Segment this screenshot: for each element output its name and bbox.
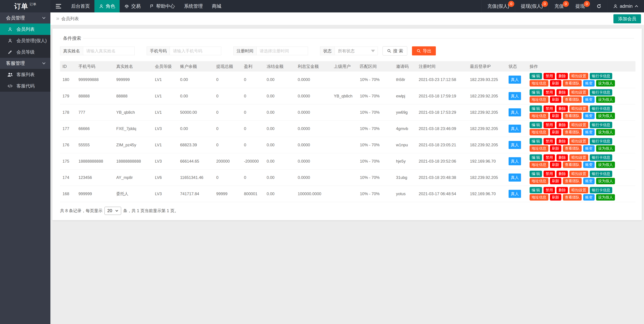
action-edit-button[interactable]: 编 辑 [530,89,542,96]
action-account-change-button[interactable]: 账变 [583,80,594,86]
user-menu[interactable]: admin [607,0,644,12]
action-account-change-button[interactable]: 账变 [583,96,594,103]
action-delete-button[interactable]: 删除 [556,138,568,144]
search-button[interactable]: 搜 索 [382,46,407,56]
action-disable-button[interactable]: 禁用 [544,122,555,128]
action-delete-button[interactable]: 删除 [556,171,568,177]
reg-time-input[interactable] [256,47,308,55]
action-account-change-button[interactable]: 账变 [583,145,594,152]
action-hidden-deduct-button[interactable]: 暗扣设置 [570,171,588,177]
action-disable-button[interactable]: 禁用 [544,106,555,112]
action-address-info-button[interactable]: 地址信息 [530,80,548,86]
action-account-change-button[interactable]: 账变 [583,113,594,119]
action-refresh-row-button[interactable]: 刷新 [550,178,561,184]
action-bank-card-button[interactable]: 银行卡信息 [590,122,612,128]
action-bank-card-button[interactable]: 银行卡信息 [590,154,612,161]
action-account-change-button[interactable]: 账变 [583,162,594,168]
action-bank-card-button[interactable]: 银行卡信息 [590,106,612,112]
action-address-info-button[interactable]: 地址信息 [530,96,548,103]
action-bank-card-button[interactable]: 银行卡信息 [590,73,612,79]
action-refresh-row-button[interactable]: 刷新 [550,113,561,119]
action-view-team-button[interactable]: 查看团队 [563,178,582,184]
nav-item-help-center[interactable]: 帮助中心 [145,0,180,12]
action-view-team-button[interactable]: 查看团队 [563,113,582,119]
action-refresh-row-button[interactable]: 刷新 [550,96,561,103]
action-address-info-button[interactable]: 地址信息 [530,113,548,119]
action-disable-button[interactable]: 禁用 [544,154,555,161]
action-view-team-button[interactable]: 查看团队 [563,145,582,152]
action-account-change-button[interactable]: 账变 [583,178,594,184]
sidebar-item-member-level[interactable]: 会员等级 [0,46,50,58]
sidebar-item-member-list[interactable]: 会员列表 [0,24,50,35]
nav-item-withdraw[interactable]: 提现0 [570,0,590,12]
nav-item-withdraw-fake[interactable]: 提现(假人)0 [515,0,548,12]
action-hidden-deduct-button[interactable]: 暗扣设置 [570,187,588,193]
sidebar-item-service-list[interactable]: 客服列表 [0,69,50,80]
action-disable-button[interactable]: 禁用 [544,138,555,144]
action-refresh-row-button[interactable]: 刷新 [550,162,561,168]
action-hidden-deduct-button[interactable]: 暗扣设置 [570,122,588,128]
action-bank-card-button[interactable]: 银行卡信息 [590,89,612,96]
action-account-change-button[interactable]: 账变 [583,194,594,200]
export-button[interactable]: 导出 [412,46,436,56]
action-edit-button[interactable]: 编 辑 [530,187,542,193]
sidebar-group-member-manage[interactable]: 会员管理 [0,12,50,24]
action-disable-button[interactable]: 禁用 [544,73,555,79]
action-delete-button[interactable]: 删除 [556,89,568,96]
action-hidden-deduct-button[interactable]: 暗扣设置 [570,73,588,79]
real-name-input[interactable] [83,47,134,55]
action-edit-button[interactable]: 编 辑 [530,138,542,144]
action-address-info-button[interactable]: 地址信息 [530,194,548,200]
action-bank-card-button[interactable]: 银行卡信息 [590,138,612,144]
nav-item-trade[interactable]: 交易 [120,0,145,12]
add-member-button[interactable]: 添加会员 [614,14,641,23]
action-set-fake-button[interactable]: 设为假人 [596,96,615,103]
action-edit-button[interactable]: 编 辑 [530,73,542,79]
action-set-fake-button[interactable]: 设为假人 [596,162,615,168]
action-address-info-button[interactable]: 地址信息 [530,129,548,136]
action-disable-button[interactable]: 禁用 [544,187,555,193]
action-hidden-deduct-button[interactable]: 暗扣设置 [570,106,588,112]
sidebar-item-service-code[interactable]: 客服代码 [0,80,50,92]
action-set-fake-button[interactable]: 设为假人 [596,145,615,152]
action-disable-button[interactable]: 禁用 [544,89,555,96]
action-refresh-row-button[interactable]: 刷新 [550,145,561,152]
nav-item-recharge[interactable]: 充值0 [548,0,570,12]
action-edit-button[interactable]: 编 辑 [530,122,542,128]
nav-item-home[interactable]: 后台首页 [66,0,94,12]
action-delete-button[interactable]: 删除 [556,73,568,79]
action-view-team-button[interactable]: 查看团队 [563,194,582,200]
refresh-button[interactable] [590,0,607,12]
page-size-select[interactable]: 20 [104,207,121,215]
action-bank-card-button[interactable]: 银行卡信息 [590,171,612,177]
action-bank-card-button[interactable]: 银行卡信息 [590,187,612,193]
nav-item-roles[interactable]: 角色 [94,0,120,12]
action-set-fake-button[interactable]: 设为假人 [596,80,615,86]
action-hidden-deduct-button[interactable]: 暗扣设置 [570,89,588,96]
action-view-team-button[interactable]: 查看团队 [563,96,582,103]
action-disable-button[interactable]: 禁用 [544,171,555,177]
action-set-fake-button[interactable]: 设为假人 [596,178,615,184]
nav-item-recharge-fake[interactable]: 充值(假人)0 [481,0,515,12]
action-account-change-button[interactable]: 账变 [583,129,594,136]
status-select[interactable]: 所有状态 [335,47,378,55]
nav-item-mall[interactable]: 商城 [207,0,226,12]
action-address-info-button[interactable]: 地址信息 [530,162,548,168]
action-hidden-deduct-button[interactable]: 暗扣设置 [570,138,588,144]
action-hidden-deduct-button[interactable]: 暗扣设置 [570,154,588,161]
sidebar-group-service-manage[interactable]: 客服管理 [0,58,50,69]
action-address-info-button[interactable]: 地址信息 [530,178,548,184]
action-refresh-row-button[interactable]: 刷新 [550,194,561,200]
action-view-team-button[interactable]: 查看团队 [563,162,582,168]
hamburger-icon[interactable] [50,0,66,12]
action-edit-button[interactable]: 编 辑 [530,171,542,177]
action-refresh-row-button[interactable]: 刷新 [550,129,561,136]
action-refresh-row-button[interactable]: 刷新 [550,80,561,86]
phone-input[interactable] [170,47,221,55]
action-set-fake-button[interactable]: 设为假人 [596,194,615,200]
action-set-fake-button[interactable]: 设为假人 [596,129,615,136]
nav-item-system[interactable]: 系统管理 [180,0,207,12]
action-delete-button[interactable]: 删除 [556,106,568,112]
action-view-team-button[interactable]: 查看团队 [563,129,582,136]
sidebar-item-member-manage-fake[interactable]: 会员管理(假人) [0,35,50,46]
